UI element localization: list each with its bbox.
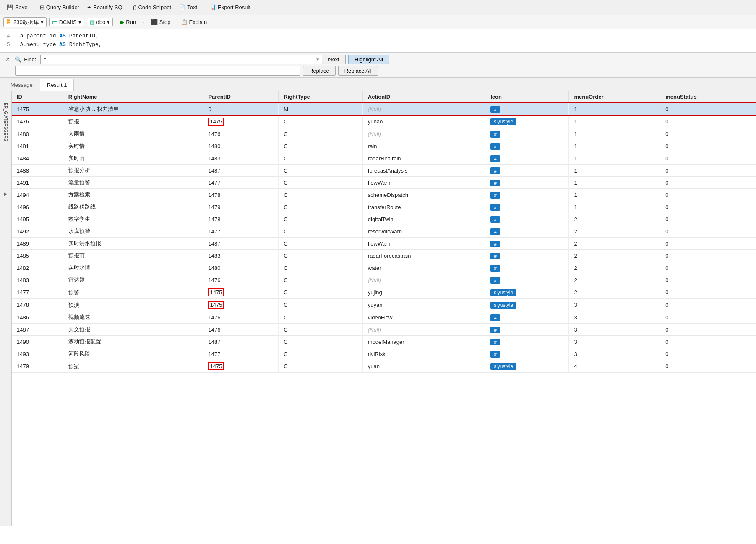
export-result-button[interactable]: 📊 Export Result bbox=[206, 3, 254, 12]
table-row[interactable]: 1482实时水情1480Cwater#20 bbox=[12, 262, 756, 274]
cell-menustatus: 0 bbox=[660, 262, 756, 274]
cell-id: 1480 bbox=[12, 128, 63, 140]
cell-parentid: 1487 bbox=[203, 238, 279, 250]
cell-rightname: 流量预警 bbox=[63, 177, 203, 189]
cell-id: 1492 bbox=[12, 225, 63, 238]
cell-actionid: forecastAnalysis bbox=[362, 165, 485, 177]
code-snippet-button[interactable]: () Code Snippet bbox=[130, 3, 175, 12]
table-row[interactable]: 1485预报雨1483CradarForecastrain#20 bbox=[12, 250, 756, 262]
col-header-righttype: RightType bbox=[279, 91, 363, 103]
table-row[interactable]: 1475省意小功… 权力清单0M(Null)#10 bbox=[12, 103, 756, 115]
tab-message[interactable]: Message bbox=[3, 79, 40, 91]
run-sep: · bbox=[143, 19, 145, 25]
tab-result1[interactable]: Result 1 bbox=[40, 79, 74, 91]
table-row[interactable]: 1486视频流速1476CvideoFlow#30 bbox=[12, 311, 756, 324]
cell-righttype: M bbox=[279, 103, 363, 115]
cell-id: 1495 bbox=[12, 213, 63, 225]
highlight-all-button[interactable]: Highlight All bbox=[348, 55, 389, 64]
code-line-5: 5 A.menu_type AS RightType, bbox=[7, 41, 749, 50]
db-selector[interactable]: 🗄 230数据库 ▾ bbox=[3, 17, 47, 27]
cell-icon: # bbox=[485, 189, 569, 201]
cell-rightname: 方案检索 bbox=[63, 189, 203, 201]
beautify-sql-button[interactable]: ✦ Beautify SQL bbox=[83, 3, 129, 12]
table-row[interactable]: 1484实时雨1483CradarRealrain#10 bbox=[12, 152, 756, 165]
table-row[interactable]: 1480大雨情1476C(Null)#10 bbox=[12, 128, 756, 140]
beautify-sql-label: Beautify SQL bbox=[93, 4, 125, 10]
replace-all-button[interactable]: Replace All bbox=[338, 66, 378, 76]
find-input[interactable] bbox=[40, 55, 326, 64]
table-row[interactable]: 1489实时洪水预报1487CflowWarn#20 bbox=[12, 238, 756, 250]
run-icon: ▶ bbox=[120, 19, 124, 25]
cell-rightname: 预演 bbox=[63, 299, 203, 311]
table-row[interactable]: 1495数字孪生1478CdigitalTwin#20 bbox=[12, 213, 756, 225]
run-button[interactable]: ▶ Run bbox=[115, 17, 141, 27]
cell-actionid: yuan bbox=[362, 360, 485, 373]
cell-menuorder: 1 bbox=[569, 189, 660, 201]
table-row[interactable]: 1491流量预警1477CflowWarn#10 bbox=[12, 177, 756, 189]
table-row[interactable]: 1494方案检索1478CschemeDispatch#10 bbox=[12, 189, 756, 201]
next-button[interactable]: Next bbox=[322, 55, 346, 64]
stop-button[interactable]: ⬛ Stop bbox=[147, 17, 175, 27]
cell-parentid: 1476 bbox=[203, 274, 279, 286]
cell-actionid: yuyan bbox=[362, 299, 485, 311]
cell-icon: siyustyle bbox=[485, 299, 569, 311]
explain-button[interactable]: 📋 Explain bbox=[177, 17, 211, 27]
cell-menustatus: 0 bbox=[660, 152, 756, 165]
query-builder-button[interactable]: ⊞ Query Builder bbox=[36, 3, 83, 12]
table-row[interactable]: 1483雷达题1476C(Null)#20 bbox=[12, 274, 756, 286]
cell-rightname: 水库预警 bbox=[63, 225, 203, 238]
table-row[interactable]: 1496线路移路线1479CtransferRoute#10 bbox=[12, 201, 756, 213]
expand-arrow[interactable]: ▶ bbox=[4, 191, 8, 196]
table-row[interactable]: 1487天文预报1476C(Null)#30 bbox=[12, 324, 756, 336]
cell-icon: siyustyle bbox=[485, 360, 569, 373]
replace-button[interactable]: Replace bbox=[303, 66, 336, 76]
cell-menuorder: 2 bbox=[569, 250, 660, 262]
table-selector[interactable]: ▦ dbo ▾ bbox=[87, 18, 113, 26]
cell-menuorder: 2 bbox=[569, 286, 660, 299]
cell-menustatus: 0 bbox=[660, 299, 756, 311]
cell-menustatus: 0 bbox=[660, 225, 756, 238]
cell-actionid: rivlRisk bbox=[362, 348, 485, 360]
db-name: 230数据库 bbox=[13, 18, 39, 26]
cell-rightname: 数字孪生 bbox=[63, 213, 203, 225]
sep-2 bbox=[203, 3, 203, 12]
save-button[interactable]: 💾 Save bbox=[3, 3, 31, 12]
schema-selector[interactable]: 🗃 DCMIS ▾ bbox=[49, 18, 84, 26]
cell-menustatus: 0 bbox=[660, 360, 756, 373]
table-row[interactable]: 1479预案1475Cyuansiyustyle40 bbox=[12, 360, 756, 373]
results-table-wrapper[interactable]: ID RightName ParentID RightType ActionID… bbox=[12, 91, 756, 526]
code-line-4: 4 a.parent_id AS ParentID, bbox=[7, 32, 749, 41]
cell-menustatus: 0 bbox=[660, 213, 756, 225]
replace-input[interactable] bbox=[15, 66, 300, 76]
table-row[interactable]: 1481实时情1480Crain#10 bbox=[12, 140, 756, 152]
cell-parentid: 0 bbox=[203, 103, 279, 115]
table-row[interactable]: 1490滚动预报配置1487CmodelManager#30 bbox=[12, 336, 756, 348]
cell-rightname: 实时水情 bbox=[63, 262, 203, 274]
cell-parentid: 1478 bbox=[203, 189, 279, 201]
cell-icon: # bbox=[485, 128, 569, 140]
find-close-button[interactable]: × bbox=[3, 55, 12, 64]
cell-actionid: (Null) bbox=[362, 128, 485, 140]
cell-rightname: 预警 bbox=[63, 286, 203, 299]
text-button[interactable]: 📄 Text bbox=[175, 3, 201, 12]
cell-parentid: 1487 bbox=[203, 165, 279, 177]
cell-menustatus: 0 bbox=[660, 103, 756, 115]
cell-menustatus: 0 bbox=[660, 177, 756, 189]
table-row[interactable]: 1492水库预警1477CreservoirWarn#20 bbox=[12, 225, 756, 238]
cell-id: 1496 bbox=[12, 201, 63, 213]
cell-menuorder: 3 bbox=[569, 311, 660, 324]
table-row[interactable]: 1488预报分析1487CforecastAnalysis#10 bbox=[12, 165, 756, 177]
cell-menuorder: 1 bbox=[569, 152, 660, 165]
table-row[interactable]: 1493河段风险1477CrivlRisk#30 bbox=[12, 348, 756, 360]
cell-righttype: C bbox=[279, 336, 363, 348]
cell-actionid: radarForecastrain bbox=[362, 250, 485, 262]
cell-righttype: C bbox=[279, 213, 363, 225]
cell-menustatus: 0 bbox=[660, 201, 756, 213]
cell-parentid: 1479 bbox=[203, 201, 279, 213]
code-editor[interactable]: 4 a.parent_id AS ParentID, 5 A.menu_type… bbox=[0, 29, 756, 53]
table-row[interactable]: 1478预演1475Cyuyansiyustyle30 bbox=[12, 299, 756, 311]
cell-menuorder: 1 bbox=[569, 115, 660, 128]
table-row[interactable]: 1477预警1475Cyujingsiyustyle20 bbox=[12, 286, 756, 299]
table-row[interactable]: 1476预报1475Cyubaosiyustyle10 bbox=[12, 115, 756, 128]
cell-parentid: 1476 bbox=[203, 324, 279, 336]
